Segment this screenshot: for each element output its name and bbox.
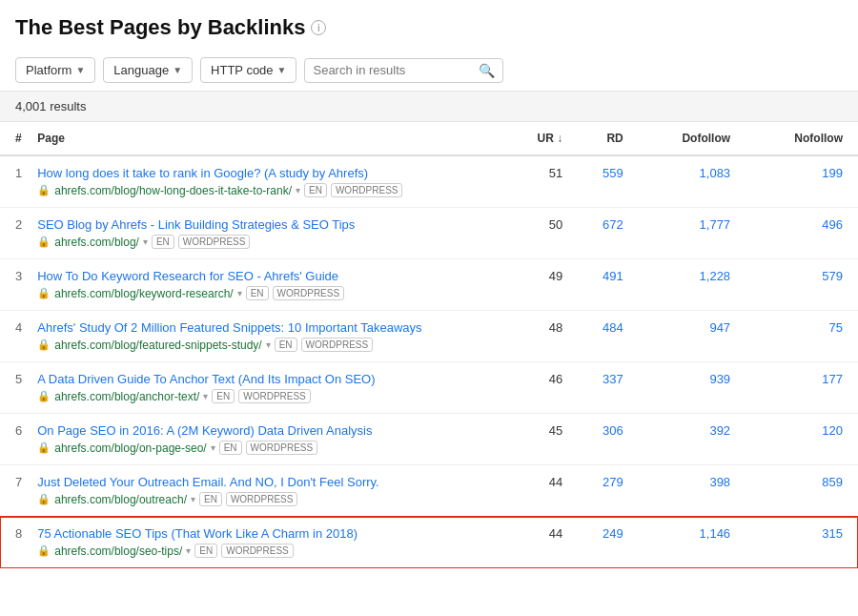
row-dofollow[interactable]: 1,777	[631, 208, 738, 259]
row-dofollow[interactable]: 947	[631, 311, 738, 362]
platform-chevron-icon: ▼	[75, 65, 85, 75]
page-title-link[interactable]: How To Do Keyword Research for SEO - Ahr…	[37, 269, 494, 283]
lang-tag: EN	[212, 389, 235, 403]
page-title-link[interactable]: A Data Driven Guide To Anchor Text (And …	[37, 372, 494, 386]
row-nofollow[interactable]: 579	[738, 259, 858, 311]
url-chevron-icon[interactable]: ▾	[191, 494, 195, 504]
row-nofollow[interactable]: 315	[738, 517, 858, 568]
row-rd[interactable]: 249	[570, 517, 631, 568]
platform-tag: WORDPRESS	[178, 235, 251, 249]
row-nofollow[interactable]: 177	[738, 362, 858, 414]
page-header: The Best Pages by Backlinks i	[0, 0, 858, 50]
row-ur: 44	[501, 465, 570, 517]
row-rd[interactable]: 484	[570, 311, 631, 362]
row-ur: 44	[501, 517, 570, 568]
table-row: 8 75 Actionable SEO Tips (That Work Like…	[0, 517, 858, 568]
row-page: SEO Blog by Ahrefs - Link Building Strat…	[30, 208, 501, 259]
results-count: 4,001 results	[0, 91, 858, 122]
page-url: ahrefs.com/blog/seo-tips/	[54, 544, 182, 558]
platform-tag: WORDPRESS	[273, 286, 345, 300]
http-code-filter[interactable]: HTTP code ▼	[200, 57, 296, 83]
row-index: 7	[0, 465, 30, 517]
row-page: Just Deleted Your Outreach Email. And NO…	[30, 465, 501, 517]
search-box: 🔍	[304, 58, 503, 83]
row-nofollow[interactable]: 199	[738, 155, 858, 208]
row-index: 3	[0, 259, 30, 311]
col-ur[interactable]: UR ↓	[501, 122, 570, 155]
col-dofollow[interactable]: Dofollow	[631, 122, 738, 155]
row-rd[interactable]: 559	[570, 155, 631, 208]
url-chevron-icon[interactable]: ▾	[237, 288, 242, 298]
row-dofollow[interactable]: 939	[631, 362, 738, 414]
page-url: ahrefs.com/blog/outreach/	[54, 493, 187, 506]
lock-icon: 🔒	[37, 544, 51, 557]
table-row: 3 How To Do Keyword Research for SEO - A…	[0, 259, 858, 311]
url-chevron-icon[interactable]: ▾	[186, 545, 191, 556]
row-rd[interactable]: 306	[570, 414, 631, 465]
page-title-link[interactable]: 75 Actionable SEO Tips (That Work Like A…	[37, 526, 494, 541]
row-dofollow[interactable]: 1,083	[631, 155, 738, 208]
url-chevron-icon[interactable]: ▾	[143, 236, 148, 247]
language-filter[interactable]: Language ▼	[103, 57, 193, 83]
lock-icon: 🔒	[37, 236, 51, 248]
lang-tag: EN	[194, 544, 217, 558]
table-row: 2 SEO Blog by Ahrefs - Link Building Str…	[0, 208, 858, 259]
row-dofollow[interactable]: 392	[631, 414, 738, 465]
table-row: 6 On Page SEO in 2016: A (2M Keyword) Da…	[0, 414, 858, 465]
row-rd[interactable]: 337	[570, 362, 631, 414]
row-index: 6	[0, 414, 30, 465]
row-page: Ahrefs' Study Of 2 Million Featured Snip…	[30, 311, 501, 362]
platform-tag: WORDPRESS	[221, 544, 294, 558]
table-row: 4 Ahrefs' Study Of 2 Million Featured Sn…	[0, 311, 858, 362]
lang-tag: EN	[152, 235, 174, 249]
row-rd[interactable]: 672	[570, 208, 631, 259]
row-index: 2	[0, 208, 30, 259]
page-title-link[interactable]: SEO Blog by Ahrefs - Link Building Strat…	[37, 217, 494, 232]
col-nofollow[interactable]: Nofollow	[738, 122, 858, 155]
row-dofollow[interactable]: 1,228	[631, 259, 738, 311]
col-hash: #	[0, 122, 30, 155]
page-title-link[interactable]: How long does it take to rank in Google?…	[37, 166, 494, 180]
col-rd[interactable]: RD	[570, 122, 631, 155]
row-index: 1	[0, 155, 30, 208]
page-url: ahrefs.com/blog/featured-snippets-study/	[54, 339, 261, 352]
row-ur: 49	[501, 259, 570, 311]
url-chevron-icon[interactable]: ▾	[203, 391, 208, 401]
filters-bar: Platform ▼ Language ▼ HTTP code ▼ 🔍	[0, 50, 858, 91]
lang-tag: EN	[275, 338, 297, 352]
table-header-row: # Page UR ↓ RD Dofollow Nofollow	[0, 122, 858, 155]
row-index: 8	[0, 517, 30, 568]
row-nofollow[interactable]: 75	[738, 311, 858, 362]
row-page: How To Do Keyword Research for SEO - Ahr…	[30, 259, 501, 311]
row-ur: 51	[501, 155, 570, 208]
page-title-link[interactable]: Ahrefs' Study Of 2 Million Featured Snip…	[37, 320, 494, 335]
row-nofollow[interactable]: 859	[738, 465, 858, 517]
platform-filter[interactable]: Platform ▼	[15, 57, 95, 83]
search-input[interactable]	[313, 63, 473, 77]
table-row: 5 A Data Driven Guide To Anchor Text (An…	[0, 362, 858, 414]
info-icon[interactable]: i	[311, 20, 326, 35]
lang-tag: EN	[199, 492, 222, 506]
url-chevron-icon[interactable]: ▾	[266, 339, 271, 350]
page-url: ahrefs.com/blog/keyword-research/	[54, 287, 233, 300]
url-chevron-icon[interactable]: ▾	[211, 442, 215, 453]
row-ur: 46	[501, 362, 570, 414]
row-ur: 45	[501, 414, 570, 465]
url-chevron-icon[interactable]: ▾	[296, 185, 300, 195]
row-nofollow[interactable]: 120	[738, 414, 858, 465]
lock-icon: 🔒	[37, 493, 51, 505]
lock-icon: 🔒	[37, 390, 51, 402]
page-title-link[interactable]: On Page SEO in 2016: A (2M Keyword) Data…	[37, 423, 494, 438]
row-rd[interactable]: 491	[570, 259, 631, 311]
row-rd[interactable]: 279	[570, 465, 631, 517]
row-nofollow[interactable]: 496	[738, 208, 858, 259]
row-ur: 48	[501, 311, 570, 362]
lock-icon: 🔒	[37, 441, 51, 454]
row-dofollow[interactable]: 1,146	[631, 517, 738, 568]
platform-tag: WORDPRESS	[331, 183, 403, 197]
platform-tag: WORDPRESS	[238, 389, 311, 403]
row-dofollow[interactable]: 398	[631, 465, 738, 517]
page-title-link[interactable]: Just Deleted Your Outreach Email. And NO…	[37, 475, 494, 489]
platform-tag: WORDPRESS	[246, 441, 318, 455]
row-page: How long does it take to rank in Google?…	[30, 155, 501, 208]
